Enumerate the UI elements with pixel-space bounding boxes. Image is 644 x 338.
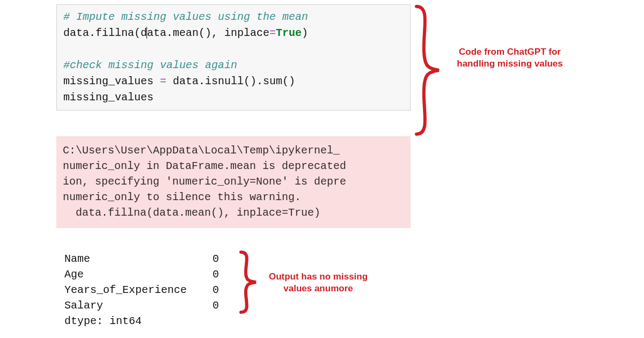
warning-output: C:\Users\User\AppData\Local\Temp\ipykern… xyxy=(56,136,411,228)
code-cell[interactable]: # Impute missing values using the mean d… xyxy=(56,4,411,111)
out-row4-val: 0 xyxy=(213,299,219,312)
result-output: Name 0 Age 0 Years_of_Experience 0 Salar… xyxy=(64,251,219,329)
warning-line-5: data.fillna(data.mean(), inplace=True) xyxy=(63,207,320,219)
out-row1-val: 0 xyxy=(213,253,219,265)
out-row2-val: 0 xyxy=(213,268,219,281)
code-paren: ) xyxy=(302,27,308,39)
warning-line-1: C:\Users\User\AppData\Local\Temp\ipykern… xyxy=(63,144,340,157)
out-row4-key: Salary xyxy=(64,299,103,312)
annotation-bottom: Output has no missing values anumore xyxy=(267,271,369,295)
annotation-top: Code from ChatGPT for handling missing v… xyxy=(456,46,564,70)
code-comment-2: #check missing values again xyxy=(63,59,237,71)
warning-line-2: numeric_only in DataFrame.mean is deprec… xyxy=(63,160,346,172)
code-line-2a: data.fillna(d xyxy=(63,27,147,39)
code-op-eq2: = xyxy=(160,75,166,87)
curly-brace-icon xyxy=(412,3,444,137)
out-row3-key: Years_of_Experience xyxy=(64,284,187,296)
out-row1-key: Name xyxy=(64,253,90,265)
code-comment-1: # Impute missing values using the mean xyxy=(63,11,308,23)
code-line-4c: data.isnull().sum() xyxy=(166,75,295,87)
warning-line-4: numeric_only to silence this warning. xyxy=(63,191,301,203)
code-true: True xyxy=(276,27,302,39)
out-row3-val: 0 xyxy=(213,284,219,296)
warning-line-3: ion, specifying 'numeric_only=None' is d… xyxy=(63,175,346,188)
out-dtype: dtype: int64 xyxy=(64,315,142,327)
curly-brace-icon xyxy=(238,250,259,314)
out-row2-key: Age xyxy=(64,268,84,281)
code-line-4a: missing_values xyxy=(63,75,160,87)
code-line-5: missing_values xyxy=(63,91,153,104)
code-op-eq1: = xyxy=(269,27,276,39)
code-line-2b: ata.mean(), inplace xyxy=(147,27,269,39)
